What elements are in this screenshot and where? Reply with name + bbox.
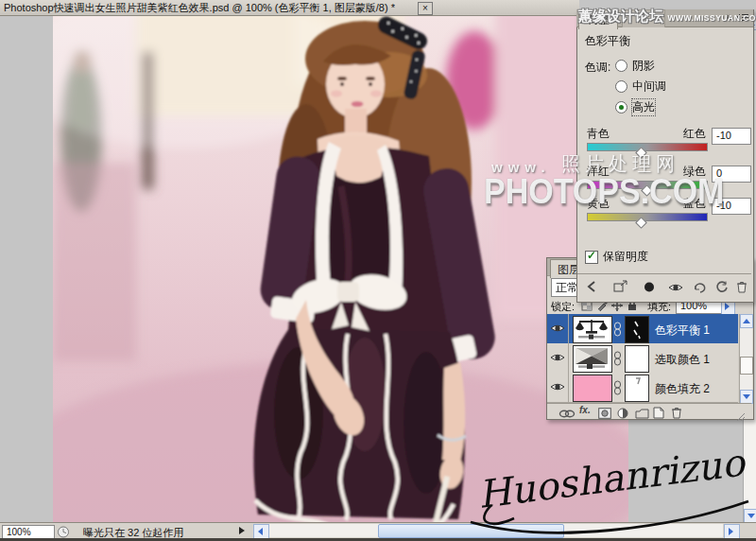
eye-icon xyxy=(550,381,565,393)
magenta-green-value-field[interactable]: 0 xyxy=(712,166,751,183)
visibility-cell[interactable] xyxy=(547,314,569,343)
add-mask-icon[interactable] xyxy=(598,406,611,423)
radio-icon xyxy=(615,80,627,93)
toggle-visibility-eye-icon[interactable] xyxy=(668,280,683,297)
radio-icon xyxy=(615,101,627,113)
scroll-down-button[interactable] xyxy=(744,509,756,523)
arrow-left-icon xyxy=(258,528,263,535)
arrow-down-icon xyxy=(743,394,750,399)
magenta-green-slider[interactable] xyxy=(587,181,708,189)
eye-icon xyxy=(550,323,565,334)
panel-header-icons: » xyxy=(727,11,749,22)
layers-scrollbar[interactable] xyxy=(739,314,752,403)
layers-scroll-thumb[interactable] xyxy=(740,357,753,375)
checkbox-icon: ✓ xyxy=(585,251,598,264)
view-previous-state-icon[interactable] xyxy=(693,280,707,297)
hscroll-right-button[interactable] xyxy=(724,524,740,539)
radio-highlights[interactable]: 高光 xyxy=(615,99,655,114)
hscroll-left-button[interactable] xyxy=(253,524,269,539)
new-group-icon[interactable] xyxy=(635,406,649,423)
layer-style-icon[interactable]: fx. xyxy=(579,405,591,415)
cyan-red-value-field[interactable]: -10 xyxy=(712,128,751,145)
radio-shadows[interactable]: 阴影 xyxy=(615,58,655,73)
preserve-luminosity-checkbox[interactable]: ✓ 保留明度 xyxy=(585,249,648,265)
panel-menu-icon[interactable] xyxy=(736,13,749,22)
new-adjustment-layer-icon[interactable] xyxy=(617,406,628,423)
close-icon[interactable]: × xyxy=(418,2,433,15)
slider-thumb-0[interactable] xyxy=(635,147,647,159)
link-mask-icon xyxy=(613,351,622,370)
link-mask-icon xyxy=(613,380,622,399)
layer-mask-thumbnail[interactable] xyxy=(625,345,649,373)
photoshop-window: Photoshop快速调出女生照片甜美紫红色效果.psd @ 100% (色彩平… xyxy=(0,0,756,541)
yellow-blue-slider[interactable] xyxy=(587,213,708,221)
status-bar: 100% 曝光只在 32 位起作用 xyxy=(0,522,756,539)
tab-adjustments[interactable]: 调整 xyxy=(578,9,618,29)
pink-fill-thumbnail[interactable] xyxy=(573,375,612,402)
panel-title: 色彩平衡 xyxy=(585,33,630,49)
adjustments-panel: 调整 » 色彩平衡 色调: 阴影 中间调 高光 青色 红色 -10 洋红 绿色 xyxy=(576,9,754,303)
arrow-down-icon xyxy=(747,514,755,518)
delete-adjustment-icon[interactable] xyxy=(736,280,747,297)
green-label: 绿色 xyxy=(683,164,706,180)
lock-label: 锁定: xyxy=(551,300,575,314)
tone-label: 色调: xyxy=(585,60,610,76)
clip-to-layer-icon[interactable] xyxy=(644,280,655,297)
blue-label: 蓝色 xyxy=(683,196,706,212)
radio-midtones[interactable]: 中间调 xyxy=(615,79,666,94)
adjustments-tab-row: 调整 » xyxy=(576,9,753,27)
photo-illustration xyxy=(53,16,628,522)
arrow-right-icon xyxy=(729,528,733,535)
horizontal-scrollbar[interactable] xyxy=(269,524,723,537)
photo-canvas[interactable] xyxy=(53,16,628,522)
delete-layer-icon[interactable] xyxy=(671,406,682,423)
layers-footer: fx. xyxy=(547,403,751,419)
switch-panel-view-icon[interactable] xyxy=(613,280,628,297)
visibility-cell[interactable] xyxy=(547,373,569,402)
arrow-up-icon xyxy=(743,319,750,323)
new-layer-icon[interactable] xyxy=(653,406,664,423)
adjustments-footer xyxy=(577,273,751,301)
slider-thumb-2[interactable] xyxy=(635,217,647,229)
status-menu-arrow-icon[interactable] xyxy=(239,527,245,534)
selective-color-thumbnail[interactable] xyxy=(573,345,612,373)
layer-row-color-fill[interactable]: 颜色填充 2 xyxy=(547,373,738,403)
link-layers-icon[interactable] xyxy=(558,406,576,423)
color-balance-thumbnail[interactable] xyxy=(573,316,612,343)
resize-corner xyxy=(741,524,756,538)
yellow-blue-value-field[interactable]: -10 xyxy=(712,198,751,215)
layer-name: 色彩平衡 1 xyxy=(655,323,710,339)
layers-list: 色彩平衡 1 选取颜色 1 xyxy=(547,314,751,403)
cyan-label: 青色 xyxy=(587,126,610,142)
yellow-label: 黄色 xyxy=(587,196,610,212)
visibility-cell[interactable] xyxy=(547,343,569,373)
tab-masks[interactable] xyxy=(622,9,665,27)
layer-name: 颜色填充 2 xyxy=(655,381,710,397)
eye-icon xyxy=(550,352,565,363)
layer-name: 选取颜色 1 xyxy=(655,352,710,368)
magenta-label: 洋红 xyxy=(587,164,610,180)
back-to-adjustment-list-icon[interactable] xyxy=(585,280,598,297)
document-titlebar[interactable]: Photoshop快速调出女生照片甜美紫红色效果.psd @ 100% (色彩平… xyxy=(0,0,579,16)
link-mask-icon xyxy=(613,322,622,340)
layers-scroll-down-button[interactable] xyxy=(740,390,753,404)
red-label: 红色 xyxy=(683,126,706,142)
panel-resize-grip[interactable] xyxy=(736,409,746,426)
layer-mask-thumbnail[interactable] xyxy=(625,316,649,343)
reset-adjustment-icon[interactable] xyxy=(715,280,729,297)
layers-scroll-up-button[interactable] xyxy=(740,314,753,328)
slider-thumb-1[interactable] xyxy=(641,184,653,197)
layer-row-color-balance[interactable]: 色彩平衡 1 xyxy=(547,314,738,344)
hscroll-thumb[interactable] xyxy=(378,524,564,538)
cyan-red-slider[interactable] xyxy=(587,143,708,151)
collapse-panel-icon[interactable]: » xyxy=(727,11,733,22)
layer-mask-thumbnail[interactable] xyxy=(625,375,649,402)
radio-icon xyxy=(615,60,627,72)
layer-row-selective-color[interactable]: 选取颜色 1 xyxy=(547,343,738,374)
arrow-right-icon xyxy=(725,303,730,310)
document-title: Photoshop快速调出女生照片甜美紫红色效果.psd @ 100% (色彩平… xyxy=(0,1,395,15)
